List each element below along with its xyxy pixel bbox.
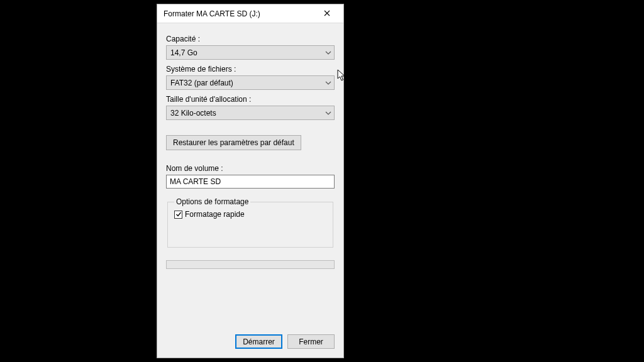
close-dialog-button[interactable]: Fermer (287, 334, 335, 349)
filesystem-dropdown[interactable]: FAT32 (par défaut) (166, 75, 335, 90)
chevron-down-icon (325, 81, 331, 85)
close-button[interactable] (314, 5, 340, 23)
filesystem-value: FAT32 (par défaut) (170, 79, 233, 87)
filesystem-label: Système de fichiers : (166, 65, 335, 74)
quick-format-checkbox-row[interactable]: Formatage rapide (174, 210, 326, 219)
restore-defaults-label: Restaurer les paramètres par défaut (173, 138, 294, 147)
volume-label: Nom de volume : (166, 164, 335, 173)
quick-format-label: Formatage rapide (185, 210, 245, 219)
format-options-legend: Options de formatage (174, 197, 250, 206)
allocation-label: Taille d'unité d'allocation : (166, 95, 335, 104)
close-icon (324, 9, 330, 18)
capacity-label: Capacité : (166, 35, 335, 43)
check-icon (175, 211, 182, 217)
volume-name-input[interactable] (166, 175, 335, 189)
format-options-group: Options de formatage Formatage rapide (167, 197, 333, 248)
restore-defaults-button[interactable]: Restaurer les paramètres par défaut (166, 135, 301, 150)
start-button-label: Démarrer (243, 337, 275, 346)
dialog-title: Formater MA CARTE SD (J:) (164, 9, 314, 18)
progress-bar (166, 260, 335, 269)
quick-format-checkbox[interactable] (174, 211, 182, 219)
titlebar: Formater MA CARTE SD (J:) (157, 4, 343, 23)
button-bar: Démarrer Fermer (157, 328, 343, 358)
close-dialog-label: Fermer (299, 337, 323, 346)
chevron-down-icon (325, 51, 331, 55)
allocation-dropdown[interactable]: 32 Kilo-octets (166, 106, 335, 120)
capacity-value: 14,7 Go (170, 48, 197, 57)
capacity-dropdown[interactable]: 14,7 Go (166, 45, 335, 60)
chevron-down-icon (325, 111, 331, 115)
allocation-value: 32 Kilo-octets (170, 109, 216, 118)
dialog-content: Capacité : 14,7 Go Système de fichiers :… (157, 23, 343, 328)
start-button[interactable]: Démarrer (235, 334, 282, 349)
format-dialog: Formater MA CARTE SD (J:) Capacité : 14,… (157, 4, 344, 358)
